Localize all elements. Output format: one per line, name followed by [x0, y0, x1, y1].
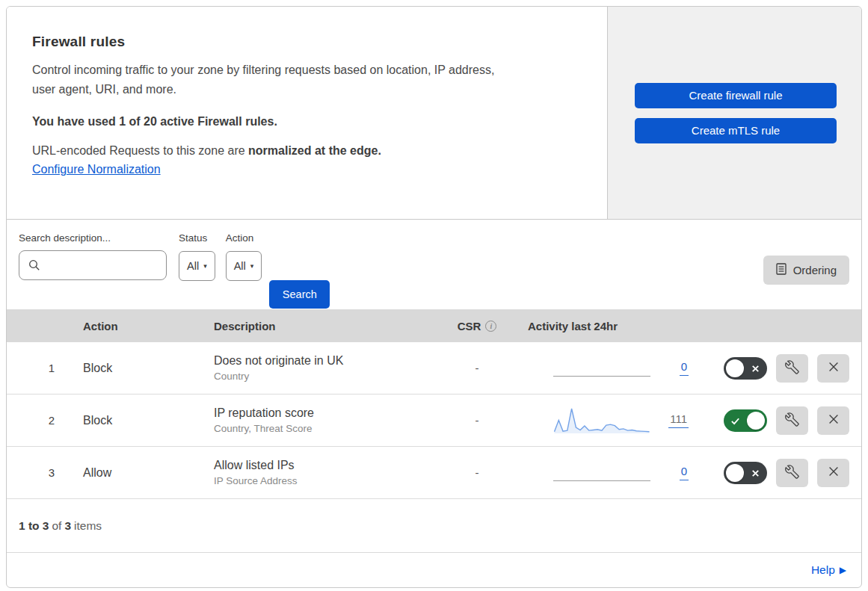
rule-enabled-toggle[interactable] — [724, 409, 767, 432]
search-field-wrap — [19, 250, 167, 280]
rule-activity-cell: 111 — [522, 394, 701, 446]
rule-priority: 3 — [7, 466, 55, 479]
rule-controls — [701, 459, 861, 487]
toggle-knob — [726, 359, 744, 377]
description-line-2: user agent, URI, and more. — [32, 80, 570, 99]
action-dropdown-value: All — [234, 260, 246, 272]
action-group: Action All ▾ — [226, 232, 262, 281]
filter-bar: Search description... Status All ▾ Actio… — [7, 220, 861, 309]
chevron-down-icon: ▾ — [250, 262, 254, 270]
rule-csr-value: - — [432, 414, 522, 427]
rule-controls — [701, 354, 861, 383]
activity-count-link[interactable]: 0 — [680, 465, 689, 480]
search-button[interactable]: Search — [269, 280, 330, 309]
search-input[interactable] — [19, 250, 167, 280]
configure-normalization-link[interactable]: Configure Normalization — [32, 163, 161, 176]
description-line-1: Control incoming traffic to your zone by… — [32, 61, 570, 80]
rule-activity-cell: 0 — [522, 342, 701, 394]
header-action-col: Action — [55, 320, 185, 332]
status-dropdown[interactable]: All ▾ — [179, 251, 215, 281]
info-icon[interactable]: i — [485, 321, 496, 332]
toggle-x-icon — [751, 468, 760, 481]
toggle-knob — [726, 464, 744, 482]
activity-count-link[interactable]: 111 — [668, 412, 689, 428]
rule-criteria: Country, Threat Score — [214, 423, 432, 434]
ordering-button-label: Ordering — [793, 264, 837, 276]
items-text: items — [74, 519, 102, 533]
pagination-summary: 1 to 3 of 3 items — [7, 499, 861, 552]
edit-rule-button[interactable] — [776, 459, 808, 487]
rule-description-cell: Does not originate in UK Country — [185, 354, 432, 382]
status-group: Status All ▾ — [179, 232, 215, 281]
chevron-down-icon: ▾ — [203, 262, 207, 270]
rule-criteria: IP Source Address — [214, 475, 432, 486]
rule-criteria: Country — [214, 371, 432, 382]
normalization-prefix: URL-encoded Requests to this zone are — [32, 144, 248, 157]
page-title: Firewall rules — [32, 34, 570, 50]
table-header: Action Description CSR i Activity last 2… — [7, 309, 861, 342]
create-firewall-rule-button[interactable]: Create firewall rule — [635, 83, 837, 108]
search-icon — [28, 259, 40, 274]
delete-rule-button[interactable] — [817, 354, 849, 383]
status-label: Status — [179, 232, 215, 244]
help-footer: Help ▶ — [7, 552, 861, 587]
header-csr-col: CSR i — [432, 320, 522, 332]
rule-enabled-toggle[interactable] — [724, 357, 767, 380]
action-label: Action — [226, 232, 262, 244]
delete-rule-button[interactable] — [817, 406, 849, 435]
table-row: 2 Block IP reputation score Country, Thr… — [7, 394, 861, 447]
usage-summary: You have used 1 of 20 active Firewall ru… — [32, 115, 570, 129]
status-dropdown-value: All — [187, 260, 199, 272]
normalization-bold: normalized at the edge. — [248, 144, 381, 157]
action-dropdown[interactable]: All ▾ — [226, 251, 262, 281]
arrow-right-icon: ▶ — [840, 565, 846, 575]
toggle-x-icon — [751, 363, 760, 377]
activity-count-link[interactable]: 0 — [680, 360, 689, 376]
rule-enabled-toggle[interactable] — [724, 462, 767, 484]
close-icon — [827, 360, 840, 376]
rule-description-cell: Allow listed IPs IP Source Address — [185, 459, 432, 486]
rule-controls — [701, 406, 861, 435]
normalization-text: URL-encoded Requests to this zone are no… — [32, 144, 570, 158]
rule-csr-value: - — [432, 362, 522, 374]
help-link-label: Help — [811, 563, 835, 577]
search-label: Search description... — [19, 232, 167, 244]
header-description-col: Description — [185, 320, 432, 332]
rule-action: Allow — [55, 466, 185, 480]
page-description: Control incoming traffic to your zone by… — [32, 61, 570, 99]
toggle-knob — [747, 412, 765, 430]
wrench-icon — [785, 412, 799, 429]
activity-sparkline-empty — [553, 353, 650, 383]
create-mtls-rule-button[interactable]: Create mTLS rule — [635, 118, 837, 143]
rule-priority: 2 — [7, 414, 55, 427]
search-group: Search description... — [19, 232, 167, 280]
rule-description: IP reputation score — [214, 406, 432, 420]
activity-sparkline-chart — [553, 406, 650, 436]
help-link[interactable]: Help ▶ — [811, 563, 846, 577]
edit-rule-button[interactable] — [776, 406, 808, 435]
wrench-icon — [785, 360, 799, 377]
delete-rule-button[interactable] — [817, 459, 849, 487]
rule-description-cell: IP reputation score Country, Threat Scor… — [185, 406, 432, 434]
rule-description: Allow listed IPs — [214, 459, 432, 472]
toggle-check-icon — [730, 415, 740, 429]
rule-activity-cell: 0 — [522, 447, 701, 498]
close-icon — [827, 465, 840, 480]
rule-csr-value: - — [432, 466, 522, 479]
activity-sparkline-empty — [553, 458, 650, 488]
close-icon — [827, 412, 840, 428]
header-text-panel: Firewall rules Control incoming traffic … — [7, 7, 608, 219]
rule-description: Does not originate in UK — [214, 354, 432, 368]
of-text: of — [52, 519, 61, 533]
edit-rule-button[interactable] — [776, 354, 808, 383]
wrench-icon — [785, 465, 799, 481]
header-section: Firewall rules Control incoming traffic … — [7, 7, 861, 220]
rule-action: Block — [55, 414, 185, 427]
rule-priority: 1 — [7, 362, 55, 374]
rule-action: Block — [55, 362, 185, 375]
list-document-icon — [776, 263, 787, 277]
items-range: 1 to 3 — [19, 519, 49, 533]
actions-panel: Create firewall rule Create mTLS rule — [608, 7, 861, 219]
table-row: 3 Allow Allow listed IPs IP Source Addre… — [7, 447, 861, 499]
ordering-button[interactable]: Ordering — [763, 256, 849, 285]
